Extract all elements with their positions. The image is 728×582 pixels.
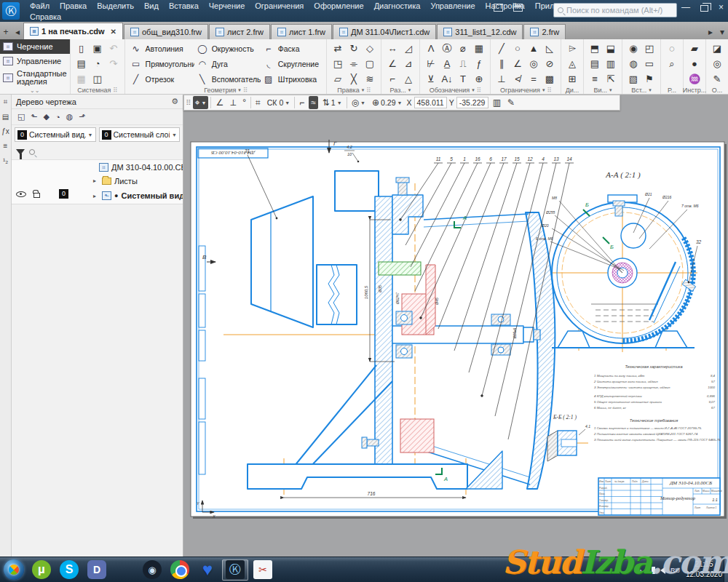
text-tool-icon[interactable]: T bbox=[455, 71, 471, 87]
radial-dimension-icon[interactable]: ⌐ bbox=[384, 71, 400, 87]
text-down-icon[interactable]: A↓ bbox=[439, 71, 455, 87]
show-desktop-button[interactable] bbox=[724, 557, 728, 582]
mode-upravlenie[interactable]: ⌗ Управление bbox=[0, 54, 70, 68]
tree-view-icon[interactable]: ⬑ bbox=[31, 112, 37, 121]
table-tool-icon[interactable]: ▦ bbox=[471, 41, 487, 56]
text-align-icon[interactable]: A̲ bbox=[439, 56, 455, 71]
diameter-mark-icon[interactable]: ⌀ bbox=[455, 41, 471, 56]
menu-item[interactable]: Ограничения bbox=[250, 1, 309, 11]
new-view-icon[interactable]: ⬒ bbox=[587, 41, 603, 56]
hatch-tool[interactable]: ▨ Штриховка bbox=[261, 71, 323, 87]
variables-panel-icon[interactable]: ƒx bbox=[1, 127, 11, 135]
drawing-canvas[interactable]: ДМ 310-04.10.00 СБ bbox=[183, 95, 728, 557]
history-panel-icon[interactable]: ¹₂ bbox=[1, 156, 11, 164]
fix-point-icon[interactable]: ▲ bbox=[526, 41, 542, 56]
angle-snap-icon[interactable]: ∠ bbox=[213, 96, 226, 109]
leader-icon[interactable]: ⊻ bbox=[423, 71, 439, 87]
view-zero-badge[interactable]: 0 bbox=[59, 189, 68, 199]
group-caret-icon[interactable]: ▾ bbox=[472, 87, 475, 93]
tab-311-list1-12[interactable]: ⌗ 311_list1_12.cdw ✕ bbox=[437, 24, 523, 39]
layer-filter-select[interactable]: 0 Системный слой ▼ bbox=[99, 127, 181, 142]
parameters-panel-icon[interactable]: ▤ bbox=[1, 113, 11, 121]
chamfer-tool[interactable]: ⌐ Фаска bbox=[261, 41, 323, 56]
mode-cherchenie[interactable]: ⌗ Черчение bbox=[0, 39, 70, 54]
group-caret-icon[interactable]: ▾ bbox=[408, 87, 411, 93]
style-pen-icon[interactable]: ✎ bbox=[505, 96, 517, 109]
collinear-icon[interactable]: ╱ bbox=[494, 41, 510, 56]
menu-item[interactable]: Вид bbox=[139, 1, 164, 11]
taskbar-snip-tool[interactable]: ✂ bbox=[250, 559, 276, 581]
group-handle[interactable]: ⠿ bbox=[366, 87, 371, 94]
preview-icon[interactable]: ◔ bbox=[90, 56, 106, 71]
record-icon[interactable]: ● bbox=[687, 56, 703, 71]
insert-frame-icon[interactable]: ▭ bbox=[641, 56, 657, 71]
tab-2frw[interactable]: ⌗ 2.frw ✕ bbox=[523, 24, 566, 39]
menu-item[interactable]: Выделить bbox=[92, 1, 139, 11]
tab-list2[interactable]: ⌗ лист 2.frw ✕ bbox=[209, 24, 270, 39]
new-tab-button[interactable]: + bbox=[0, 25, 12, 39]
layer-select[interactable]: ⇅1▼ bbox=[320, 96, 344, 109]
taskbar-chrome[interactable] bbox=[167, 559, 193, 581]
angle-constraint-icon[interactable]: ∠ bbox=[510, 56, 526, 71]
snaps-button[interactable]: ⌖▼ bbox=[193, 96, 209, 109]
scroll-tabs-left-button[interactable]: ◂ bbox=[12, 25, 23, 39]
scroll-tabs-right-button[interactable]: ▸ bbox=[705, 25, 716, 39]
properties-icon[interactable]: ▥ bbox=[491, 96, 503, 109]
menu-item[interactable]: Оформление bbox=[309, 1, 368, 11]
circle-tool[interactable]: ◯ Окружность bbox=[194, 41, 261, 56]
rotate-icon[interactable]: ↻ bbox=[346, 41, 362, 56]
menu-item[interactable]: Диагностика bbox=[369, 1, 426, 11]
zoom-value-select[interactable]: ⊕0.29▼ bbox=[370, 96, 404, 109]
taskbar-utorrent[interactable]: µ bbox=[28, 559, 55, 581]
print-icon[interactable]: ▣ bbox=[90, 41, 106, 56]
center-mark-icon[interactable]: ⊕ bbox=[471, 71, 487, 87]
linear-dimension-icon[interactable]: ↔ bbox=[384, 41, 400, 56]
block-icon[interactable]: ⊘ bbox=[542, 56, 558, 71]
coordinate-system-select[interactable]: СК 0▼ bbox=[265, 96, 292, 109]
bar-handle[interactable]: ⠿ bbox=[186, 98, 191, 107]
leader-dimension-icon[interactable]: ⊿ bbox=[400, 56, 416, 71]
filter-funnel-icon[interactable] bbox=[16, 149, 25, 155]
drawing-sheet[interactable]: ДМ 310-04.10.00 СБ bbox=[183, 111, 728, 557]
spline-edit-icon[interactable]: ♒ bbox=[687, 71, 703, 87]
group-handle[interactable]: ⠿ bbox=[547, 87, 551, 94]
view-arrow-icon[interactable]: ⇱ bbox=[603, 71, 619, 87]
equal-icon[interactable]: = bbox=[526, 71, 542, 87]
perpendicular-snap-icon[interactable]: ⟂ bbox=[228, 96, 238, 109]
menu-item[interactable]: Черчение bbox=[204, 1, 250, 11]
layers-panel-icon[interactable]: ≡ bbox=[1, 142, 11, 150]
fillet-tool[interactable]: ◟ Скругление bbox=[261, 56, 323, 71]
concentric-icon[interactable]: ◎ bbox=[526, 56, 542, 71]
view-filter-select[interactable]: 0 Системный вид... ▼ bbox=[15, 127, 96, 142]
volume-icon[interactable] bbox=[660, 567, 665, 574]
align-icon[interactable]: ⌯ bbox=[346, 56, 362, 71]
language-indicator[interactable]: RU bbox=[670, 567, 680, 574]
scale-icon[interactable]: ◇ bbox=[362, 41, 378, 56]
taskbar-clock[interactable]: 21:15 12.03.2020 bbox=[686, 559, 722, 580]
group-caret-icon[interactable]: ▾ bbox=[649, 87, 652, 93]
new-document-icon[interactable]: ▯ bbox=[74, 41, 90, 56]
roughness-icon[interactable]: Λ bbox=[423, 41, 439, 56]
x-coordinate-field[interactable]: 458.011 bbox=[414, 97, 447, 108]
view-manager-icon[interactable]: ▤ bbox=[587, 56, 603, 71]
save-as-icon[interactable]: ◫ bbox=[90, 71, 106, 87]
move-icon[interactable]: ⇄ bbox=[330, 41, 346, 56]
copy-icon[interactable]: ◳ bbox=[330, 56, 346, 71]
taskbar-winrar[interactable] bbox=[277, 559, 304, 581]
settings-target-icon[interactable]: ◎ bbox=[709, 56, 725, 71]
insert-flag-icon[interactable]: ⚑ bbox=[641, 71, 657, 87]
point-snap-icon[interactable]: ° bbox=[240, 96, 248, 109]
fix-angle-icon[interactable]: ≮ bbox=[510, 71, 526, 87]
datum-icon[interactable]: ⊬ bbox=[423, 56, 439, 71]
close-button[interactable]: × bbox=[719, 3, 724, 12]
tree-row-sheets[interactable]: ▸ Листы bbox=[12, 174, 183, 188]
review-icon[interactable]: ◌ bbox=[664, 41, 680, 56]
redo-icon[interactable]: ↷ bbox=[106, 56, 122, 71]
parallel-icon[interactable]: ∥ bbox=[494, 56, 510, 71]
tree-doc-icon[interactable]: ◱ bbox=[17, 112, 25, 121]
group-caret-icon[interactable]: ▾ bbox=[238, 87, 241, 93]
mass-icon[interactable]: ⊞ bbox=[564, 71, 580, 87]
save-icon[interactable]: ▦ bbox=[74, 71, 90, 87]
tree-row-document[interactable]: ⌗ ДМ 310-04.10.00.СБ Мо... bbox=[12, 160, 183, 174]
tab-dm311[interactable]: ⌗ ДМ 311.04\Лист1.cdw ✕ bbox=[333, 24, 436, 39]
